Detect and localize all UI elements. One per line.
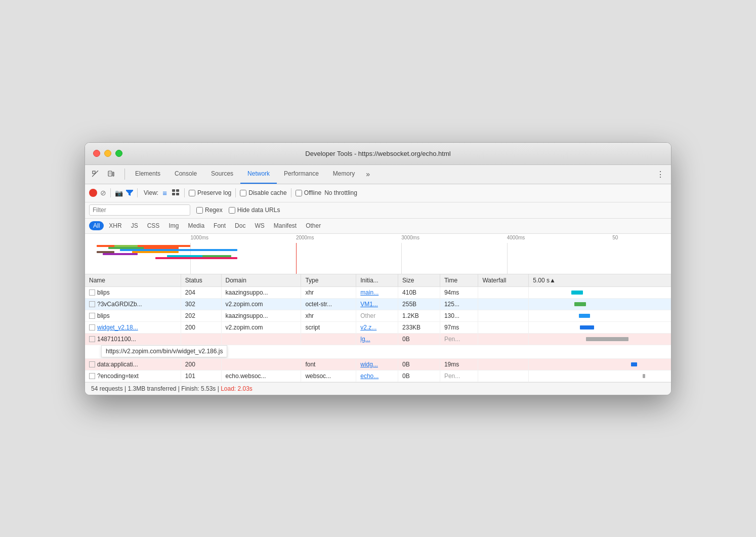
row-checkbox-4[interactable] [89,336,95,342]
tab-elements[interactable]: Elements [128,164,167,184]
row-checkbox-1[interactable] [89,301,95,307]
title-bar: Developer Tools - https://websocket.org/… [85,143,671,165]
type-filter-js[interactable]: JS [127,221,142,230]
initiator-link-3[interactable]: v2.z... [360,324,376,331]
toolbar-divider-3 [184,188,185,197]
column-header-size[interactable]: Size [398,274,440,287]
clear-network-log-button[interactable]: ⊘ [100,189,106,197]
minimize-button[interactable] [104,150,111,157]
cell-waterfall-0 [529,286,671,298]
column-header-5-00-s-[interactable]: 5.00 s▲ [529,274,671,287]
inspect-element-icon[interactable] [89,168,102,181]
cell-name-0: blips [85,286,181,298]
timeline-bar-0 [97,245,190,247]
type-filter-media[interactable]: Media [184,221,208,230]
throttle-select[interactable]: No throttling [324,189,357,196]
cell-waterfall-1 [529,298,671,310]
column-header-status[interactable]: Status [181,274,221,287]
type-filter-all[interactable]: All [89,221,104,230]
column-header-time[interactable]: Time [440,274,478,287]
capture-screenshot-button[interactable]: 📷 [115,189,123,197]
tab-sources[interactable]: Sources [204,164,240,184]
waterfall-bar-0 [571,291,582,295]
offline-label: Offline [304,189,321,196]
type-filter-doc[interactable]: Doc [231,221,249,230]
cell-time-4: Pen... [440,333,478,345]
row-checkbox-0[interactable] [89,290,95,296]
table-row[interactable]: 1487101100...lg...0BPen... [85,333,671,345]
cell-time-0: 94ms [440,286,478,298]
initiator-link-6[interactable]: echo... [360,373,379,380]
tab-memory[interactable]: Memory [326,164,362,184]
timeline-bar-9 [97,251,114,253]
timeline-bar-10 [202,255,232,257]
type-filter-other[interactable]: Other [302,221,325,230]
row-checkbox-5[interactable] [89,361,95,367]
record-network-button[interactable] [89,189,97,197]
column-header-name[interactable]: Name [85,274,181,287]
view-group-button[interactable] [172,189,179,197]
status-bar: 54 requests | 1.3MB transferred | Finish… [85,382,671,395]
row-checkbox-2[interactable] [89,313,95,319]
timeline-label-0: 1000ms [190,235,208,240]
tab-performance[interactable]: Performance [277,164,326,184]
row-name-3[interactable]: widget_v2.18... [97,324,138,331]
svg-rect-7 [172,193,175,195]
column-header-initia---[interactable]: Initia... [356,274,398,287]
tab-more-button[interactable]: » [362,170,374,178]
tab-console[interactable]: Console [167,164,204,184]
table-row[interactable]: ?3vCaGRDIZb...302v2.zopim.comoctet-str..… [85,298,671,310]
column-header-waterfall[interactable]: Waterfall [478,274,529,287]
timeline-bar-3 [132,251,179,253]
table-row[interactable]: blips204kaazingsuppo...xhrmain...410B94m… [85,286,671,298]
type-filter-css[interactable]: CSS [143,221,164,230]
disable-cache-group: Disable cache [240,189,286,196]
waterfall-bar-1 [574,302,585,306]
cell-size-3: 233KB [398,321,440,333]
cell-domain-5 [221,358,301,370]
devtools-menu-button[interactable]: ⋮ [654,168,667,181]
initiator-link-5[interactable]: widg... [360,361,378,368]
table-row[interactable]: blips202kaazingsuppo...xhrOther1.2KB130.… [85,310,671,321]
tab-network[interactable]: Network [240,164,277,184]
offline-checkbox[interactable] [296,190,302,196]
initiator-link-1[interactable]: VM1... [360,301,378,308]
device-toolbar-icon[interactable] [104,168,117,181]
devtools-window: Developer Tools - https://websocket.org/… [85,142,671,395]
regex-checkbox[interactable] [196,207,203,214]
close-button[interactable] [93,150,100,157]
table-row[interactable]: widget_v2.18...200v2.zopim.comscriptv2.z… [85,321,671,333]
view-list-button[interactable]: ≡ [162,189,167,197]
type-filter-xhr[interactable]: XHR [105,221,125,230]
hide-data-urls-checkbox[interactable] [229,207,235,214]
filter-input[interactable] [89,204,190,216]
row-name-6: ?encoding=text [97,373,139,380]
filter-icon[interactable] [126,190,133,196]
type-filter-ws[interactable]: WS [250,221,268,230]
type-filter-manifest[interactable]: Manifest [270,221,301,230]
timeline-bar-8 [144,247,179,249]
initiator-link-0[interactable]: main... [360,289,379,296]
type-filter-img[interactable]: Img [164,221,183,230]
svg-rect-3 [109,172,111,175]
preserve-log-checkbox[interactable] [189,190,195,196]
cell-type-0: xhr [301,286,356,298]
type-filter-font[interactable]: Font [209,221,230,230]
cell-initiator-3: v2.z... [356,321,398,333]
cell-type-4 [301,333,356,345]
table-row[interactable]: ?encoding=text101echo.websoc...websoc...… [85,370,671,382]
initiator-link-4[interactable]: lg... [360,336,370,343]
toolbar-divider-2 [137,188,138,197]
cell-size-5: 0B [398,358,440,370]
cell-waterfall-empty-5 [478,358,529,370]
row-name-4: 1487101100... [97,336,136,343]
row-checkbox-6[interactable] [89,373,95,379]
column-header-type[interactable]: Type [301,274,356,287]
maximize-button[interactable] [115,150,122,157]
cell-size-1: 255B [398,298,440,310]
disable-cache-checkbox[interactable] [240,190,246,196]
table-row[interactable]: data:applicati...200fontwidg...0B19ms [85,358,671,370]
column-header-domain[interactable]: Domain [221,274,301,287]
row-checkbox-3[interactable] [89,324,95,331]
cell-domain-1: v2.zopim.com [221,298,301,310]
